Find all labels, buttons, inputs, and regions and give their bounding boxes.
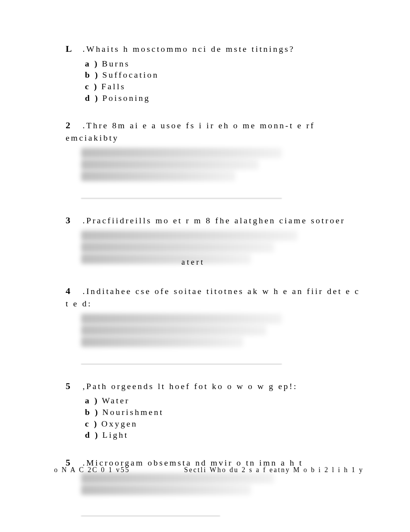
q5-option-c: c )Oxygen: [85, 418, 364, 430]
q5-option-b: b )Nourishment: [85, 406, 364, 418]
question-5: 5,Path orgeends lt hoef fot ko o w o w g…: [66, 380, 364, 441]
opt-letter: a ): [85, 59, 99, 68]
footer-left: o N A C 2C 0 1 v55: [54, 466, 130, 474]
q1-option-b: b )Suffocation: [85, 69, 364, 81]
footer-right: Sectli Who du 2 s a f eatny M o b i 2 l …: [184, 466, 364, 474]
q1-option-c: c )Falls: [85, 81, 364, 92]
page-footer: o N A C 2C 0 1 v55 Sectli Who du 2 s a f…: [54, 466, 364, 474]
opt-letter: d ): [85, 430, 99, 440]
opt-letter: b ): [85, 407, 99, 417]
opt-label: Falls: [102, 82, 126, 91]
opt-label: Oxygen: [102, 419, 138, 428]
q1-number: L: [66, 42, 77, 56]
opt-letter: a ): [85, 396, 99, 405]
question-3: 3.Pracfiidreills mo et r m 8 fhe alatghe…: [66, 214, 364, 270]
q1-text-line: L.Whaits h mosctommo nci de mste titning…: [66, 42, 364, 56]
q3-text: .Pracfiidreills mo et r m 8 fhe alatghen…: [83, 216, 345, 225]
question-2: 2.Thre 8m ai e a usoe fs i ir eh o me mo…: [66, 119, 364, 198]
hidden-content-3: atert: [81, 231, 364, 269]
q5-number: 5: [66, 380, 77, 393]
opt-letter: d ): [85, 93, 99, 103]
hidden-content-5b: [81, 473, 364, 508]
q5-text-line: 5,Path orgeends lt hoef fot ko o w o w g…: [66, 380, 364, 393]
opt-label: Water: [102, 396, 130, 405]
q3-text-line: 3.Pracfiidreills mo et r m 8 fhe alatghe…: [66, 214, 364, 227]
opt-label: Poisoning: [102, 93, 150, 103]
q3-visible-word: atert: [181, 258, 205, 267]
opt-letter: c ): [85, 82, 98, 91]
q5-option-d: d )Light: [85, 429, 364, 441]
q1-text: .Whaits h mosctommo nci de mste titnings…: [83, 44, 295, 54]
q1-option-d: d )Poisoning: [85, 92, 364, 104]
q3-number: 3: [66, 214, 77, 227]
rule-2: [81, 198, 282, 199]
rule-5b: [81, 516, 220, 516]
q2-text: .Thre 8m ai e a usoe fs i ir eh o me mon…: [66, 121, 315, 143]
opt-label: Nourishment: [102, 407, 164, 417]
question-4: 4.Inditahee cse ofe soitae titotnes ak w…: [66, 285, 364, 364]
question-5b: 5.Microorgam obsemsta nd mvir o tn imn a…: [66, 456, 364, 516]
opt-label: Suffocation: [102, 70, 159, 80]
q1-options: a )Burns b )Suffocation c )Falls d )Pois…: [85, 58, 364, 104]
opt-letter: b ): [85, 70, 99, 80]
q2-number: 2: [66, 119, 77, 132]
q4-text-line: 4.Inditahee cse ofe soitae titotnes ak w…: [66, 285, 364, 309]
q5-text: ,Path orgeends lt hoef fot ko o w o w g …: [83, 381, 298, 391]
q4-number: 4: [66, 285, 77, 298]
q4-text: .Inditahee cse ofe soitae titotnes ak w …: [66, 286, 360, 308]
q5-options: a )Water b )Nourishment c )Oxygen d )Lig…: [85, 395, 364, 441]
opt-letter: c ): [85, 419, 98, 428]
q5-option-a: a )Water: [85, 395, 364, 406]
hidden-content-2: [81, 148, 364, 190]
q2-text-line: 2.Thre 8m ai e a usoe fs i ir eh o me mo…: [66, 119, 364, 144]
opt-label: Burns: [102, 59, 130, 68]
hidden-content-4: [81, 314, 364, 356]
document-page: L.Whaits h mosctommo nci de mste titning…: [0, 0, 410, 532]
opt-label: Light: [102, 430, 129, 440]
q1-option-a: a )Burns: [85, 58, 364, 70]
rule-4: [81, 364, 282, 364]
question-1: L.Whaits h mosctommo nci de mste titning…: [66, 42, 364, 104]
